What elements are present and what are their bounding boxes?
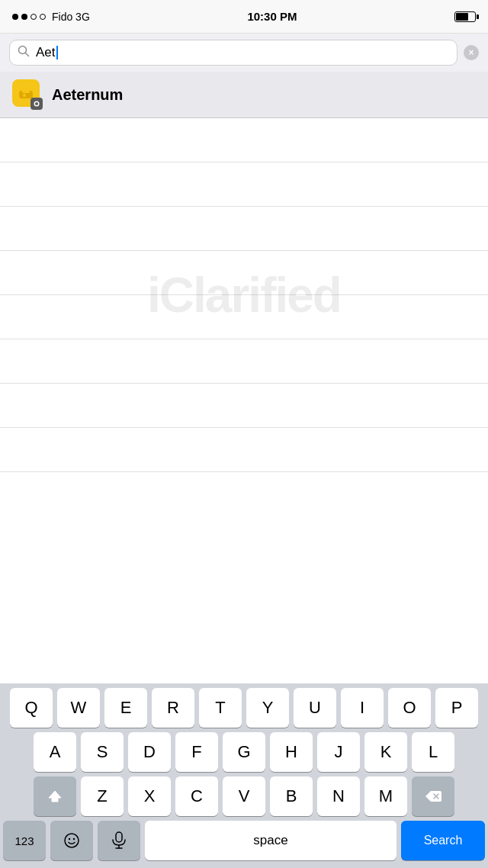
key-g[interactable]: G (223, 732, 265, 772)
search-value: Aet (36, 45, 56, 59)
key-y[interactable]: Y (246, 688, 289, 728)
mic-key[interactable] (98, 821, 140, 860)
svg-line-1 (26, 53, 29, 56)
key-n[interactable]: N (317, 776, 360, 816)
svg-marker-9 (49, 791, 61, 802)
list-row (0, 384, 488, 428)
key-o[interactable]: O (388, 688, 431, 728)
key-b[interactable]: B (270, 776, 313, 816)
list-row (0, 251, 488, 295)
battery-fill (456, 13, 468, 21)
list-row (0, 339, 488, 384)
keyboard-row-1: Q W E R T Y U I O P (0, 683, 488, 728)
suggestion-app-name: Aeternum (52, 86, 123, 104)
list-row (0, 118, 488, 162)
app-icon-badge (30, 98, 43, 110)
signal-dot-3 (30, 14, 37, 20)
status-left: Fido 3G (12, 11, 90, 23)
key-f[interactable]: F (175, 732, 218, 772)
list-row (0, 162, 488, 207)
key-s[interactable]: S (81, 732, 124, 772)
search-input-wrapper[interactable]: Aet (9, 40, 458, 66)
key-z[interactable]: Z (81, 776, 124, 816)
carrier-text: Fido 3G (52, 11, 90, 23)
search-key[interactable]: Search (401, 821, 485, 860)
list-container: iClarified (0, 118, 488, 472)
key-c[interactable]: C (175, 776, 218, 816)
key-h[interactable]: H (270, 732, 313, 772)
svg-rect-15 (116, 832, 122, 842)
delete-key[interactable] (412, 776, 454, 816)
key-q[interactable]: Q (10, 688, 53, 728)
svg-rect-3 (22, 88, 30, 93)
shift-key[interactable] (34, 776, 76, 816)
keyboard-row-3: Z X C V B N M (0, 772, 488, 816)
key-x[interactable]: X (128, 776, 171, 816)
key-t[interactable]: T (199, 688, 242, 728)
svg-point-12 (65, 834, 79, 847)
search-bar-container: Aet × (0, 34, 488, 72)
key-k[interactable]: K (364, 732, 407, 772)
key-i[interactable]: I (341, 688, 384, 728)
app-icon-wrapper (12, 79, 43, 110)
key-u[interactable]: U (294, 688, 336, 728)
key-d[interactable]: D (128, 732, 171, 772)
keyboard-row-2: A S D F G H J K L (0, 728, 488, 772)
list-row (0, 207, 488, 251)
key-j[interactable]: J (317, 732, 360, 772)
text-cursor (56, 46, 58, 59)
key-v[interactable]: V (223, 776, 265, 816)
key-w[interactable]: W (57, 688, 100, 728)
space-key[interactable]: space (145, 821, 396, 860)
status-bar: Fido 3G 10:30 PM (0, 0, 488, 34)
suggestion-row[interactable]: Aeternum (0, 72, 488, 118)
status-time: 10:30 PM (247, 10, 297, 23)
battery-icon (454, 11, 476, 22)
keyboard-row-4: 123 space Search (0, 816, 488, 868)
svg-point-4 (23, 94, 26, 97)
key-l[interactable]: L (412, 732, 454, 772)
search-icon (18, 45, 30, 60)
list-row (0, 295, 488, 339)
signal-dot-4 (40, 14, 46, 20)
key-p[interactable]: P (435, 688, 478, 728)
emoji-key[interactable] (50, 821, 93, 860)
keyboard: Q W E R T Y U I O P A S D F G H J K L Z … (0, 683, 488, 868)
svg-point-14 (73, 838, 75, 840)
svg-point-8 (35, 102, 38, 105)
status-right (454, 11, 476, 22)
svg-point-13 (69, 838, 70, 840)
signal-dot-2 (21, 14, 27, 20)
key-a[interactable]: A (34, 732, 76, 772)
clear-button[interactable]: × (464, 45, 479, 60)
list-row (0, 428, 488, 472)
search-input-text[interactable]: Aet (36, 46, 449, 60)
key-m[interactable]: M (364, 776, 407, 816)
numbers-key[interactable]: 123 (3, 821, 46, 860)
signal-dot-1 (12, 14, 18, 20)
svg-rect-6 (26, 95, 29, 97)
key-r[interactable]: R (152, 688, 194, 728)
key-e[interactable]: E (104, 688, 147, 728)
